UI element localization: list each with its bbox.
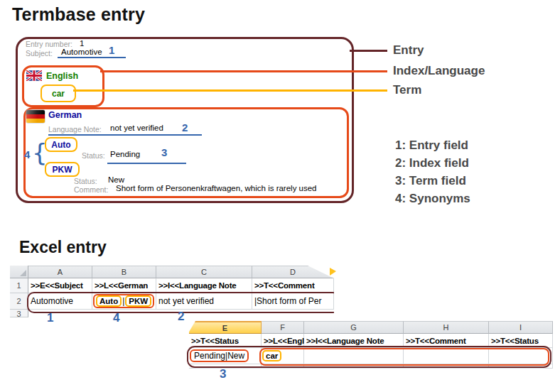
marker-1-entry-field: 1 — [109, 44, 114, 56]
row-number-1: 1 — [10, 278, 28, 293]
english-language-label: English — [46, 71, 78, 81]
index-field-underline — [48, 134, 202, 136]
legend-synonyms: 4: Synonyms — [395, 190, 470, 207]
cell-c2: not yet verified — [156, 293, 252, 310]
cell-f1: >>L<<English — [262, 334, 304, 348]
row-number-2: 2 — [10, 293, 28, 310]
status1-label: Status: — [82, 151, 105, 160]
sheet1-row-1: 1 >>E<<Subject >>L<<German >>I<<Language… — [10, 278, 334, 293]
sheet1-row-2: 2 Automotive Auto | PKW not yet verified… — [10, 293, 334, 310]
sheet2-data-row: Pending|New car — [186, 348, 554, 364]
marker-4-synonyms: 4 — [24, 148, 30, 160]
entry-number-value: 1 — [80, 39, 84, 48]
cell-g2 — [304, 348, 404, 364]
synonyms-brace: { — [32, 141, 48, 165]
language-note-label: Language Note: — [48, 125, 102, 134]
term-side-label: Term — [393, 83, 421, 97]
legend-entry-field: 1: Entry field — [395, 136, 470, 154]
sheet1-row-3-partial: 3 — [10, 310, 334, 317]
cell-h1: >>T<<Comment — [404, 334, 489, 348]
language-note-value: not yet verified — [110, 124, 163, 132]
german-flag-icon — [26, 110, 45, 123]
sheet2-header-row: >>T<<Status >>L<<English >>I<<Language N… — [186, 334, 554, 348]
status-values-box: Pending|New — [190, 349, 249, 362]
column-header-i: I — [489, 321, 553, 334]
term-connector-line — [73, 89, 387, 92]
corner-triangle-icon — [20, 270, 26, 276]
cell-b1: >>L<<German — [92, 278, 156, 293]
cell-d1: >>T<<Comment — [252, 278, 334, 293]
term-auto-box: Auto — [45, 137, 77, 152]
legend: 1: Entry field 2: Index field 3: Term fi… — [395, 136, 470, 207]
column-header-a: A — [28, 266, 92, 278]
sheet1-column-headers: A B C D — [10, 266, 334, 278]
excel-marker-4: 4 — [113, 311, 119, 325]
torn-edge-arrow-icon — [330, 268, 336, 276]
cell-h2 — [404, 348, 489, 364]
cell-a1: >>E<<Subject — [28, 278, 92, 293]
cell-c1: >>I<<Language Note — [156, 278, 252, 293]
term-car-box: car — [41, 85, 76, 102]
marker-3-term-field: 3 — [161, 146, 167, 158]
sheet2-column-headers: E F G H I — [186, 321, 554, 334]
index-side-label: Index/Language — [393, 64, 485, 78]
excel-marker-2: 2 — [178, 310, 184, 324]
subject-value: Automotive — [61, 48, 102, 56]
diagram-canvas: Termbase entry Entry number: 1 Subject: … — [0, 0, 560, 392]
index-connector-line — [100, 70, 387, 72]
row-number-3: 3 — [10, 310, 28, 317]
status2-value: New — [108, 175, 124, 184]
select-all-corner — [10, 266, 28, 278]
column-header-d: D — [252, 266, 334, 278]
excel-marker-3: 3 — [220, 367, 226, 381]
comment-label: Comment: — [74, 185, 108, 194]
cell-d2: |Short form of Per — [252, 293, 334, 310]
status2-label: Status: — [74, 177, 97, 185]
column-header-b: B — [92, 266, 156, 278]
column-header-c: C — [156, 266, 252, 278]
subject-label: Subject: — [26, 49, 53, 58]
excel-sheet-2: E F G H I >>T<<Status >>L<<English >>I<<… — [186, 321, 554, 369]
uk-flag-icon — [26, 70, 42, 84]
term-field-underline — [107, 163, 186, 164]
marker-2-index-field: 2 — [182, 121, 188, 134]
column-header-f: F — [262, 321, 304, 334]
sheet2-partial-row — [186, 364, 554, 369]
cell-i1: >>T<<Status — [489, 334, 553, 348]
excel-term-car-box: car — [262, 350, 281, 361]
termbase-title: Termbase entry — [12, 4, 145, 25]
comment-value: Short form of Personenkraftwagen, which … — [116, 184, 317, 192]
excel-sheet-1: A B C D 1 >>E<<Subject >>L<<German >>I<<… — [10, 266, 334, 317]
column-header-h: H — [404, 321, 489, 334]
legend-term-field: 3: Term field — [395, 172, 470, 190]
german-language-label: German — [48, 110, 82, 120]
term-separator: | — [122, 296, 124, 306]
german-terms-group-box: Auto | PKW — [93, 294, 154, 308]
status1-value: Pending — [110, 150, 140, 158]
cell-g1: >>I<<Language Note — [304, 334, 404, 348]
excel-term-pkw-box: PKW — [125, 295, 151, 307]
entry-connector-line — [350, 50, 387, 52]
column-header-g: G — [304, 321, 404, 334]
cell-i2 — [489, 348, 553, 364]
cell-f2: car — [262, 348, 304, 364]
excel-title: Excel entry — [19, 238, 107, 257]
cell-b2: Auto | PKW — [92, 293, 156, 310]
cell-a2: Automotive — [28, 293, 92, 310]
legend-index-field: 2: Index field — [395, 154, 470, 172]
excel-term-auto-box: Auto — [96, 295, 122, 307]
term-pkw-box: PKW — [45, 162, 80, 177]
cell-e1: >>T<<Status — [189, 334, 262, 348]
entry-side-label: Entry — [393, 43, 424, 58]
column-header-e-selected: E — [189, 321, 262, 334]
cell-e2: Pending|New — [189, 348, 262, 364]
entry-field-underline — [58, 57, 126, 58]
excel-marker-1: 1 — [47, 311, 53, 325]
